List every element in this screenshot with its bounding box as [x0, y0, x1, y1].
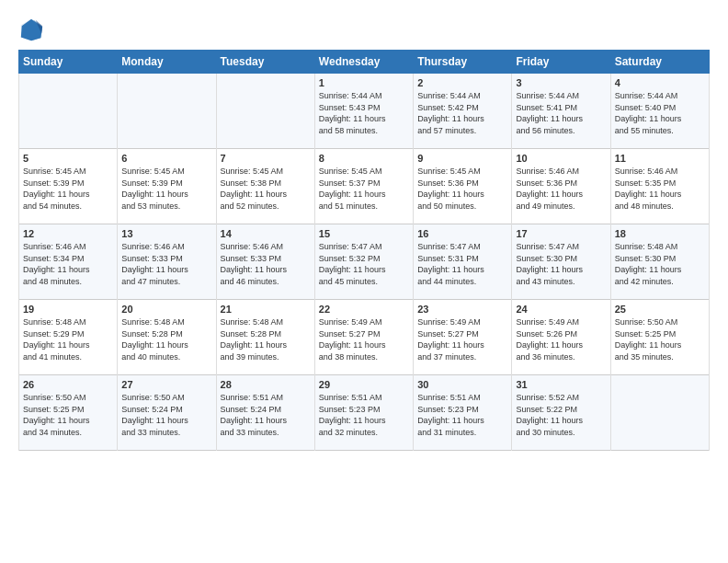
day-number: 2: [417, 77, 507, 88]
day-info: Sunrise: 5:51 AM Sunset: 5:24 PM Dayligh…: [221, 392, 311, 438]
week-row-4: 26Sunrise: 5:50 AM Sunset: 5:25 PM Dayli…: [19, 375, 710, 451]
calendar-cell: 11Sunrise: 5:46 AM Sunset: 5:35 PM Dayli…: [610, 149, 709, 224]
header-thursday: Thursday: [414, 51, 512, 74]
day-info: Sunrise: 5:45 AM Sunset: 5:39 PM Dayligh…: [121, 166, 211, 212]
header-sunday: Sunday: [19, 51, 118, 74]
calendar-cell: 6Sunrise: 5:45 AM Sunset: 5:39 PM Daylig…: [118, 149, 216, 224]
day-info: Sunrise: 5:46 AM Sunset: 5:36 PM Dayligh…: [516, 166, 606, 212]
header: [18, 17, 710, 42]
calendar-cell: 12Sunrise: 5:46 AM Sunset: 5:34 PM Dayli…: [19, 224, 118, 300]
calendar-cell: 30Sunrise: 5:51 AM Sunset: 5:23 PM Dayli…: [414, 375, 512, 451]
day-number: 19: [23, 304, 113, 315]
calendar-cell: 13Sunrise: 5:46 AM Sunset: 5:33 PM Dayli…: [118, 224, 216, 300]
calendar-cell: 22Sunrise: 5:49 AM Sunset: 5:27 PM Dayli…: [314, 300, 413, 375]
calendar-cell: 4Sunrise: 5:44 AM Sunset: 5:40 PM Daylig…: [610, 74, 709, 149]
day-number: 24: [516, 304, 606, 315]
day-info: Sunrise: 5:44 AM Sunset: 5:41 PM Dayligh…: [516, 90, 606, 136]
day-number: 1: [319, 77, 409, 88]
day-number: 15: [319, 228, 409, 239]
calendar-cell: 9Sunrise: 5:45 AM Sunset: 5:36 PM Daylig…: [414, 149, 512, 224]
day-info: Sunrise: 5:45 AM Sunset: 5:38 PM Dayligh…: [221, 166, 311, 212]
header-friday: Friday: [512, 51, 610, 74]
calendar-cell: 24Sunrise: 5:49 AM Sunset: 5:26 PM Dayli…: [512, 300, 610, 375]
day-info: Sunrise: 5:52 AM Sunset: 5:22 PM Dayligh…: [516, 392, 606, 438]
calendar-cell: 7Sunrise: 5:45 AM Sunset: 5:38 PM Daylig…: [216, 149, 314, 224]
calendar-cell: [216, 74, 314, 149]
day-number: 8: [319, 153, 409, 164]
calendar-cell: 2Sunrise: 5:44 AM Sunset: 5:42 PM Daylig…: [414, 74, 512, 149]
day-info: Sunrise: 5:48 AM Sunset: 5:29 PM Dayligh…: [23, 316, 113, 362]
logo: [18, 17, 48, 42]
day-info: Sunrise: 5:47 AM Sunset: 5:32 PM Dayligh…: [319, 241, 409, 287]
day-number: 5: [23, 153, 113, 164]
day-info: Sunrise: 5:47 AM Sunset: 5:30 PM Dayligh…: [516, 241, 606, 287]
calendar-cell: [610, 375, 709, 451]
day-info: Sunrise: 5:49 AM Sunset: 5:26 PM Dayligh…: [516, 316, 606, 362]
week-row-3: 19Sunrise: 5:48 AM Sunset: 5:29 PM Dayli…: [19, 300, 710, 375]
day-number: 20: [121, 304, 211, 315]
day-info: Sunrise: 5:48 AM Sunset: 5:28 PM Dayligh…: [121, 316, 211, 362]
day-info: Sunrise: 5:49 AM Sunset: 5:27 PM Dayligh…: [417, 316, 507, 362]
day-info: Sunrise: 5:46 AM Sunset: 5:33 PM Dayligh…: [221, 241, 311, 287]
day-info: Sunrise: 5:46 AM Sunset: 5:33 PM Dayligh…: [121, 241, 211, 287]
calendar-body: 1Sunrise: 5:44 AM Sunset: 5:43 PM Daylig…: [19, 74, 710, 451]
day-number: 28: [221, 379, 311, 390]
calendar-cell: 17Sunrise: 5:47 AM Sunset: 5:30 PM Dayli…: [512, 224, 610, 300]
week-row-0: 1Sunrise: 5:44 AM Sunset: 5:43 PM Daylig…: [19, 74, 710, 149]
day-info: Sunrise: 5:46 AM Sunset: 5:34 PM Dayligh…: [23, 241, 113, 287]
calendar-cell: [19, 74, 118, 149]
day-number: 30: [417, 379, 507, 390]
calendar-cell: [118, 74, 216, 149]
day-info: Sunrise: 5:51 AM Sunset: 5:23 PM Dayligh…: [417, 392, 507, 438]
day-info: Sunrise: 5:44 AM Sunset: 5:42 PM Dayligh…: [417, 90, 507, 136]
day-info: Sunrise: 5:50 AM Sunset: 5:25 PM Dayligh…: [23, 392, 113, 438]
calendar-cell: 14Sunrise: 5:46 AM Sunset: 5:33 PM Dayli…: [216, 224, 314, 300]
calendar-cell: 29Sunrise: 5:51 AM Sunset: 5:23 PM Dayli…: [314, 375, 413, 451]
header-wednesday: Wednesday: [314, 51, 413, 74]
calendar-cell: 16Sunrise: 5:47 AM Sunset: 5:31 PM Dayli…: [414, 224, 512, 300]
calendar-cell: 23Sunrise: 5:49 AM Sunset: 5:27 PM Dayli…: [414, 300, 512, 375]
day-number: 14: [221, 228, 311, 239]
day-number: 7: [221, 153, 311, 164]
header-row: SundayMondayTuesdayWednesdayThursdayFrid…: [19, 51, 710, 74]
day-number: 12: [23, 228, 113, 239]
day-info: Sunrise: 5:48 AM Sunset: 5:28 PM Dayligh…: [221, 316, 311, 362]
header-monday: Monday: [118, 51, 216, 74]
day-number: 11: [615, 153, 705, 164]
week-row-1: 5Sunrise: 5:45 AM Sunset: 5:39 PM Daylig…: [19, 149, 710, 224]
day-number: 22: [319, 304, 409, 315]
day-number: 16: [417, 228, 507, 239]
day-info: Sunrise: 5:45 AM Sunset: 5:37 PM Dayligh…: [319, 166, 409, 212]
calendar-cell: 21Sunrise: 5:48 AM Sunset: 5:28 PM Dayli…: [216, 300, 314, 375]
day-info: Sunrise: 5:49 AM Sunset: 5:27 PM Dayligh…: [319, 316, 409, 362]
calendar-table: SundayMondayTuesdayWednesdayThursdayFrid…: [18, 50, 710, 451]
logo-icon: [18, 17, 44, 42]
calendar-cell: 20Sunrise: 5:48 AM Sunset: 5:28 PM Dayli…: [118, 300, 216, 375]
calendar-cell: 25Sunrise: 5:50 AM Sunset: 5:25 PM Dayli…: [610, 300, 709, 375]
day-number: 27: [121, 379, 211, 390]
calendar-cell: 31Sunrise: 5:52 AM Sunset: 5:22 PM Dayli…: [512, 375, 610, 451]
calendar-cell: 28Sunrise: 5:51 AM Sunset: 5:24 PM Dayli…: [216, 375, 314, 451]
calendar-cell: 3Sunrise: 5:44 AM Sunset: 5:41 PM Daylig…: [512, 74, 610, 149]
day-info: Sunrise: 5:47 AM Sunset: 5:31 PM Dayligh…: [417, 241, 507, 287]
day-number: 25: [615, 304, 705, 315]
day-info: Sunrise: 5:45 AM Sunset: 5:36 PM Dayligh…: [417, 166, 507, 212]
calendar-cell: 15Sunrise: 5:47 AM Sunset: 5:32 PM Dayli…: [314, 224, 413, 300]
calendar-cell: 27Sunrise: 5:50 AM Sunset: 5:24 PM Dayli…: [118, 375, 216, 451]
day-number: 29: [319, 379, 409, 390]
header-tuesday: Tuesday: [216, 51, 314, 74]
day-number: 3: [516, 77, 606, 88]
day-number: 31: [516, 379, 606, 390]
calendar-cell: 18Sunrise: 5:48 AM Sunset: 5:30 PM Dayli…: [610, 224, 709, 300]
day-number: 6: [121, 153, 211, 164]
day-number: 10: [516, 153, 606, 164]
day-number: 21: [221, 304, 311, 315]
calendar-cell: 19Sunrise: 5:48 AM Sunset: 5:29 PM Dayli…: [19, 300, 118, 375]
calendar-cell: 26Sunrise: 5:50 AM Sunset: 5:25 PM Dayli…: [19, 375, 118, 451]
day-number: 26: [23, 379, 113, 390]
day-number: 18: [615, 228, 705, 239]
svg-marker-2: [21, 19, 42, 40]
calendar-cell: 8Sunrise: 5:45 AM Sunset: 5:37 PM Daylig…: [314, 149, 413, 224]
day-info: Sunrise: 5:48 AM Sunset: 5:30 PM Dayligh…: [615, 241, 705, 287]
day-info: Sunrise: 5:50 AM Sunset: 5:25 PM Dayligh…: [615, 316, 705, 362]
